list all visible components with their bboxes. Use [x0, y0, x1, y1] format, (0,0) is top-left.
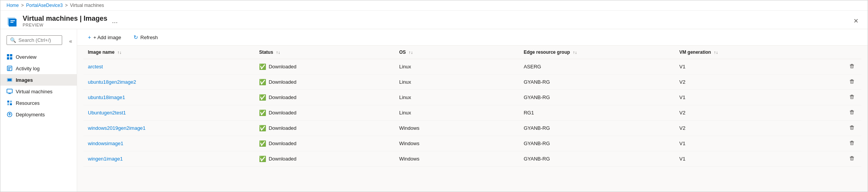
delete-row-button-1[interactable]: [847, 78, 857, 86]
svg-rect-14: [8, 79, 12, 81]
cell-name-2[interactable]: ubuntu18image1: [83, 90, 254, 105]
table-row: wingen1image1 ✅ Downloaded Windows GYANB…: [83, 151, 861, 167]
cell-os-6: Windows: [394, 151, 519, 167]
sidebar-item-overview[interactable]: Overview: [0, 51, 77, 63]
cell-os-5: Windows: [394, 136, 519, 151]
cell-gen-2: V1: [675, 90, 815, 105]
col-header-name[interactable]: Image name ↑↓: [83, 46, 254, 59]
delete-row-button-4[interactable]: [847, 124, 857, 132]
refresh-icon: ↻: [134, 34, 138, 40]
deployments-icon: [7, 111, 13, 118]
svg-rect-4: [10, 22, 13, 23]
images-table: Image name ↑↓ Status ↑↓ OS ↑↓: [83, 46, 861, 167]
table-row: arctest ✅ Downloaded Linux ASERG V1: [83, 59, 861, 74]
sidebar-item-overview-label: Overview: [16, 54, 36, 60]
cell-name-3[interactable]: Ubuntugen2test1: [83, 105, 254, 121]
sidebar-item-resources[interactable]: Resources: [0, 97, 77, 109]
sidebar-item-activity-label: Activity log: [16, 66, 40, 71]
table-container: Image name ↑↓ Status ↑↓ OS ↑↓: [77, 46, 868, 192]
cell-os-1: Linux: [394, 74, 519, 90]
cell-os-0: Linux: [394, 59, 519, 74]
svg-rect-39: [851, 126, 853, 126]
sidebar-item-deployments[interactable]: Deployments: [0, 109, 77, 120]
sort-rg-icon: ↑↓: [573, 50, 577, 55]
cell-gen-3: V2: [675, 105, 815, 121]
svg-rect-6: [10, 54, 12, 56]
cell-action-0: [815, 59, 861, 74]
search-input[interactable]: [18, 37, 59, 43]
downloaded-icon: ✅: [259, 109, 266, 116]
delete-row-button-0[interactable]: [847, 63, 857, 71]
svg-rect-48: [850, 157, 854, 157]
svg-rect-15: [7, 89, 12, 93]
delete-row-button-3[interactable]: [847, 109, 857, 117]
collapse-button[interactable]: «: [68, 38, 74, 44]
table-row: windowsimage1 ✅ Downloaded Windows GYANB…: [83, 136, 861, 151]
cell-name-4[interactable]: windows2019gen2image1: [83, 121, 254, 136]
cell-name-6[interactable]: wingen1image1: [83, 151, 254, 167]
delete-row-button-5[interactable]: [847, 139, 857, 147]
more-options-button[interactable]: ...: [112, 17, 118, 25]
breadcrumb: Home > PortalAseDevice3 > Virtual machin…: [0, 0, 868, 11]
cell-status-3: ✅ Downloaded: [254, 105, 394, 121]
downloaded-icon: ✅: [259, 63, 266, 70]
downloaded-icon: ✅: [259, 125, 266, 132]
col-header-os[interactable]: OS ↑↓: [394, 46, 519, 59]
refresh-button[interactable]: ↻ Refresh: [129, 32, 163, 42]
cell-gen-1: V2: [675, 74, 815, 90]
svg-rect-31: [851, 95, 853, 96]
add-icon: +: [88, 34, 91, 40]
close-button[interactable]: ✕: [850, 16, 861, 26]
cell-name-1[interactable]: ubuntu18gen2image2: [83, 74, 254, 90]
svg-rect-12: [8, 70, 10, 70]
cell-action-4: [815, 121, 861, 136]
sidebar-item-activity-log[interactable]: Activity log: [0, 63, 77, 74]
activity-log-icon: [7, 65, 13, 71]
sidebar: 🔍 « Overview Activity log: [0, 29, 77, 192]
cell-status-6: ✅ Downloaded: [254, 151, 394, 167]
svg-rect-11: [8, 68, 10, 69]
sort-gen-icon: ↑↓: [714, 50, 718, 55]
add-image-button[interactable]: + + Add image: [83, 32, 126, 42]
cell-rg-3: RG1: [519, 105, 675, 121]
add-image-label: + Add image: [93, 35, 121, 40]
cell-status-0: ✅ Downloaded: [254, 59, 394, 74]
refresh-label: Refresh: [140, 35, 158, 40]
cell-action-2: [815, 90, 861, 105]
downloaded-icon: ✅: [259, 79, 266, 86]
cell-os-4: Windows: [394, 121, 519, 136]
search-icon: 🔍: [10, 37, 16, 43]
table-row: ubuntu18gen2image2 ✅ Downloaded Linux GY…: [83, 74, 861, 90]
cell-action-3: [815, 105, 861, 121]
page-subtitle: PREVIEW: [23, 23, 107, 27]
breadcrumb-device[interactable]: PortalAseDevice3: [26, 3, 63, 8]
sidebar-item-vms-label: Virtual machines: [16, 89, 53, 94]
resources-icon: [7, 100, 13, 106]
cell-name-0[interactable]: arctest: [83, 59, 254, 74]
svg-rect-19: [7, 103, 9, 105]
sidebar-item-virtual-machines[interactable]: Virtual machines: [0, 86, 77, 97]
cell-action-6: [815, 151, 861, 167]
images-icon: [7, 77, 13, 83]
col-header-rg[interactable]: Edge resource group ↑↓: [519, 46, 675, 59]
cell-status-1: ✅ Downloaded: [254, 74, 394, 90]
breadcrumb-home[interactable]: Home: [7, 3, 19, 8]
sidebar-item-deployments-label: Deployments: [16, 112, 45, 118]
delete-row-button-6[interactable]: [847, 155, 857, 163]
cell-gen-5: V1: [675, 136, 815, 151]
cell-name-5[interactable]: windowsimage1: [83, 136, 254, 151]
svg-rect-8: [10, 57, 12, 60]
col-header-status[interactable]: Status ↑↓: [254, 46, 394, 59]
svg-rect-47: [851, 156, 853, 157]
sidebar-item-images[interactable]: Images: [0, 74, 77, 86]
search-box[interactable]: 🔍: [7, 35, 62, 45]
downloaded-icon: ✅: [259, 140, 266, 147]
col-header-gen[interactable]: VM generation ↑↓: [675, 46, 815, 59]
page-icon: [7, 15, 19, 27]
delete-row-button-2[interactable]: [847, 93, 857, 101]
table-header-row: Image name ↑↓ Status ↑↓ OS ↑↓: [83, 46, 861, 59]
cell-status-5: ✅ Downloaded: [254, 136, 394, 151]
cell-gen-4: V2: [675, 121, 815, 136]
cell-rg-1: GYANB-RG: [519, 74, 675, 90]
vm-icon: [7, 88, 13, 94]
